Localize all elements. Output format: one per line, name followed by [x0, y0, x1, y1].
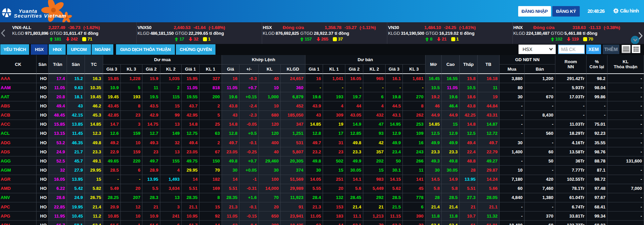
svg-text:Securities Vietnam: Securities Vietnam	[14, 13, 66, 19]
